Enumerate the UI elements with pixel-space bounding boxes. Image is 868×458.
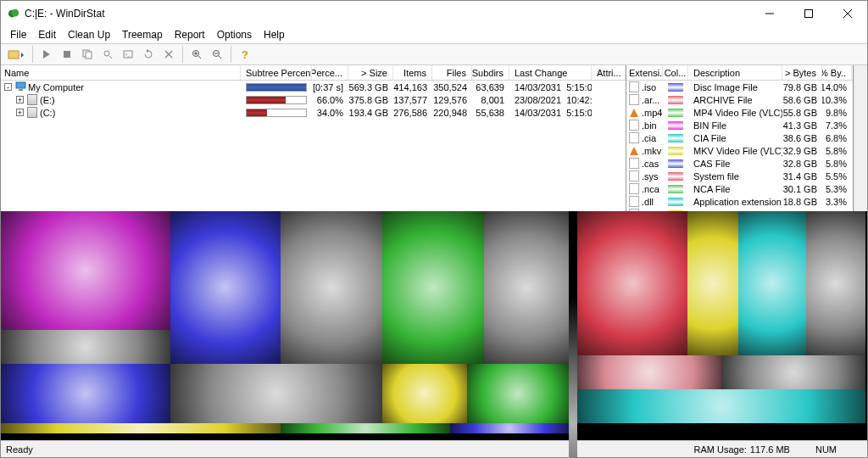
ext-bytes: 55.8 GB xyxy=(782,108,822,118)
ext-row[interactable]: .ar...ARCHIVE File58.6 GB10.3% xyxy=(626,93,853,106)
percent-bar xyxy=(246,109,307,117)
ext-header: Extensi...Col...Description> Bytes% By.. xyxy=(626,65,853,81)
treemap-block[interactable] xyxy=(1,423,281,433)
treemap-block[interactable] xyxy=(450,423,569,433)
treemap-block[interactable] xyxy=(467,364,569,423)
menu-report[interactable]: Report xyxy=(169,27,211,42)
svg-rect-24 xyxy=(19,89,23,91)
cell-items: 276,586 xyxy=(393,108,432,118)
copy-button[interactable] xyxy=(78,45,97,64)
treemap-block[interactable] xyxy=(577,211,687,355)
tree-col-items[interactable]: Items xyxy=(393,65,432,80)
ext-col[interactable]: Col... xyxy=(663,65,688,80)
svg-rect-3 xyxy=(805,10,813,18)
toolbar-sep xyxy=(32,46,33,63)
tree-row[interactable]: -My Computer[0:37 s]569.3 GB414,163350,5… xyxy=(1,81,626,93)
maximize-button[interactable] xyxy=(789,1,828,26)
run-button[interactable] xyxy=(37,45,56,64)
treemap-block[interactable] xyxy=(1,364,170,423)
expand-toggle[interactable]: + xyxy=(16,96,24,103)
expand-toggle[interactable]: + xyxy=(16,109,24,116)
tree-body[interactable]: -My Computer[0:37 s]569.3 GB414,163350,5… xyxy=(1,81,626,211)
tree-col-name[interactable]: Name xyxy=(1,65,241,80)
zoom-out-button[interactable] xyxy=(208,45,226,64)
menu-file[interactable]: File xyxy=(4,27,32,42)
treemap-block[interactable] xyxy=(738,211,806,355)
ext-row[interactable]: .ncaNCA File30.1 GB5.3% xyxy=(626,182,853,195)
svg-line-21 xyxy=(219,56,221,59)
ext-row[interactable]: .isoDisc Image File79.8 GB14.0% xyxy=(626,81,853,93)
menu-cleanup[interactable]: Clean Up xyxy=(62,27,116,42)
open-button[interactable] xyxy=(4,45,28,64)
color-swatch xyxy=(668,159,683,168)
color-swatch xyxy=(668,172,683,181)
help-button[interactable]: ? xyxy=(236,45,254,64)
minimize-button[interactable] xyxy=(750,1,789,26)
ext-col[interactable]: % By.. xyxy=(822,65,852,80)
treemap-block[interactable] xyxy=(569,211,577,458)
ext-row[interactable]: .mp4MP4 Video File (VLC)55.8 GB9.8% xyxy=(626,106,853,119)
treemap-block[interactable] xyxy=(484,211,569,364)
treemap-block[interactable] xyxy=(1,330,170,364)
close-button[interactable] xyxy=(828,1,867,26)
cell-files: 220,948 xyxy=(432,108,472,118)
treemap-view[interactable] xyxy=(1,211,867,440)
tree-col-subtree-percent-[interactable]: Subtree Percent... xyxy=(241,65,312,80)
treemap-block[interactable] xyxy=(806,211,865,355)
file-icon xyxy=(629,120,639,131)
treemap-block[interactable] xyxy=(382,211,484,364)
ext-pct: 10.3% xyxy=(822,95,852,105)
ext-row[interactable]: .sysSystem file31.4 GB5.5% xyxy=(626,170,853,182)
toolbar: >_ ? xyxy=(1,43,867,65)
treemap-block[interactable] xyxy=(577,389,865,423)
ext-row[interactable]: .dllApplication extension18.8 GB3.3% xyxy=(626,195,853,208)
stop-button[interactable] xyxy=(58,45,76,64)
cmd-button[interactable]: >_ xyxy=(119,45,137,64)
menu-help[interactable]: Help xyxy=(258,27,291,42)
treemap-block[interactable] xyxy=(281,211,382,364)
ext-col[interactable]: > Bytes xyxy=(782,65,822,80)
ext-col[interactable]: Description xyxy=(688,65,782,80)
ext-scrollbar[interactable] xyxy=(854,65,867,211)
cell-lastchange: 14/03/2031 5:15:0... xyxy=(509,108,592,118)
ext-bytes: 30.1 GB xyxy=(782,184,822,194)
treemap-block[interactable] xyxy=(382,364,467,423)
tree-row[interactable]: +(E:)66.0%375.8 GB137,577129,5768,00123/… xyxy=(1,93,626,106)
menu-edit[interactable]: Edit xyxy=(32,27,62,42)
treemap-block[interactable] xyxy=(721,355,865,389)
ext-pct: 7.3% xyxy=(822,120,852,131)
ext-row[interactable]: .mkvMKV Video File (VLC)32.9 GB5.8% xyxy=(626,144,853,157)
expand-toggle[interactable]: - xyxy=(4,83,12,91)
ext-bytes: 32.8 GB xyxy=(782,159,822,169)
ext-row[interactable]: .binBIN File41.3 GB7.3% xyxy=(626,119,853,131)
color-swatch xyxy=(668,198,683,206)
treemap-block[interactable] xyxy=(170,211,281,364)
tree-header: NameSubtree Percent...Perce...> SizeItem… xyxy=(1,65,626,81)
color-swatch xyxy=(668,147,683,155)
treemap-block[interactable] xyxy=(687,211,738,355)
treemap-block[interactable] xyxy=(170,364,382,423)
zoom-in-button[interactable] xyxy=(187,45,206,64)
ext-body[interactable]: .isoDisc Image File79.8 GB14.0%.ar...ARC… xyxy=(626,81,853,211)
tree-row[interactable]: +(C:)34.0%193.4 GB276,586220,94855,63814… xyxy=(1,106,626,119)
treemap-block[interactable] xyxy=(281,423,450,433)
ext-row[interactable]: .ciaCIA File38.6 GB6.8% xyxy=(626,131,853,144)
treemap-block[interactable] xyxy=(577,355,721,389)
ext-col[interactable]: Extensi... xyxy=(626,65,663,80)
tree-col--size[interactable]: > Size xyxy=(348,65,393,80)
tree-col-files[interactable]: Files xyxy=(432,65,472,80)
explorer-button[interactable] xyxy=(98,45,117,64)
tree-col-subdirs[interactable]: Subdirs xyxy=(472,65,509,80)
tree-col-last-change[interactable]: Last Change xyxy=(509,65,592,80)
tree-col-attri-[interactable]: Attri... xyxy=(592,65,626,80)
vlc-icon xyxy=(630,109,638,117)
menu-options[interactable]: Options xyxy=(211,27,258,42)
refresh-button[interactable] xyxy=(139,45,158,64)
delete-button[interactable] xyxy=(159,45,178,64)
ext-row[interactable]: .casCAS File32.8 GB5.8% xyxy=(626,157,853,170)
menu-treemap[interactable]: Treemap xyxy=(116,27,169,42)
tree-col-perce-[interactable]: Perce... xyxy=(312,65,348,80)
node-name: (E:) xyxy=(40,95,55,105)
svg-rect-9 xyxy=(86,52,92,59)
treemap-block[interactable] xyxy=(1,211,170,330)
